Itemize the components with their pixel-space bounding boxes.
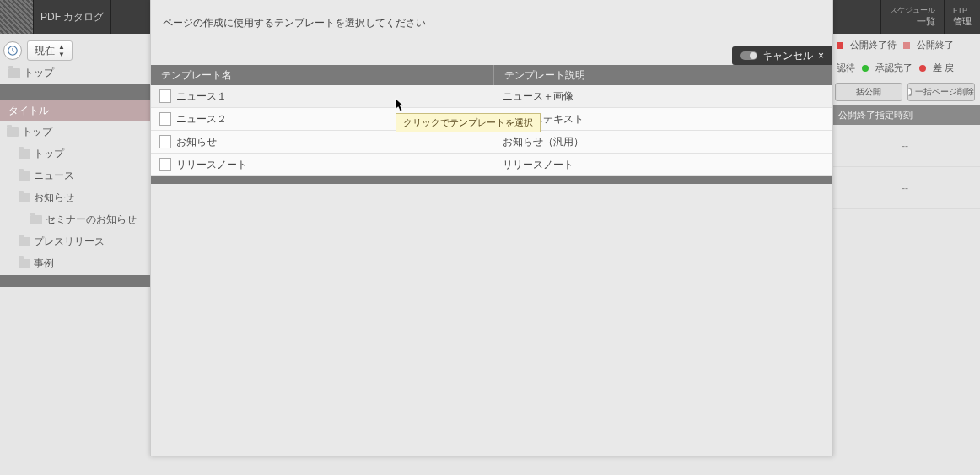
template-table-header: テンプレート名 テンプレート説明: [151, 65, 832, 85]
template-select-modal: ページの作成に使用するテンプレートを選択してください キャンセル × テンプレー…: [150, 0, 833, 456]
folder-icon: [19, 171, 30, 181]
sidebar-footer-bar: [0, 275, 150, 287]
template-row[interactable]: ニュース１ニュース＋画像: [151, 85, 832, 108]
time-toolbar: 現在 ▲▼: [3, 37, 147, 64]
ftp-section[interactable]: FTP 管理: [944, 0, 980, 34]
template-table-body: ニュース１ニュース＋画像ニュース２ニューステキストお知らせお知らせ（汎用）リリー…: [151, 85, 832, 184]
toggle-mini-icon: [740, 51, 757, 60]
right-column-header-label: 公開終了指定時刻: [838, 109, 913, 121]
time-combo-label: 現在: [35, 44, 55, 58]
app-logo: [0, 0, 34, 34]
col-name-header: テンプレート名: [151, 65, 493, 85]
sidebar-item-label: セミナーのお知らせ: [46, 213, 137, 227]
sidebar-item[interactable]: セミナーのお知らせ: [0, 209, 150, 231]
page-icon: [159, 135, 171, 148]
status-square-pink-icon: [903, 42, 910, 49]
sidebar-item-label: プレスリリース: [34, 235, 105, 249]
table-footer-bar: [151, 176, 832, 184]
status-pub-end: 公開終了: [917, 39, 954, 51]
cancel-label: キャンセル: [762, 49, 813, 63]
sidebar-item-label: 事例: [34, 256, 54, 271]
status-legend-2: 認待 承認完了 差 戻: [830, 57, 980, 79]
favorite-row[interactable]: トップ: [3, 62, 147, 84]
sidebar-header: タイトル: [0, 100, 150, 121]
right-cell-2: --: [830, 167, 980, 209]
tooltip-text: クリックでテンプレートを選択: [403, 117, 533, 127]
status-returned: 差 戻: [933, 62, 954, 74]
schedule-label: スケジュール: [890, 6, 935, 15]
page-icon: [159, 112, 171, 126]
status-approve-wait: 認待: [837, 62, 855, 74]
sidebar-item[interactable]: トップ: [0, 143, 150, 165]
sidebar-tree: トップトップニュースお知らせセミナーのお知らせプレスリリース事例: [0, 121, 150, 275]
template-row[interactable]: お知らせお知らせ（汎用）: [151, 131, 832, 154]
right-cell-1: --: [830, 125, 980, 167]
sidebar-item[interactable]: ニュース: [0, 165, 150, 187]
ftp-label: FTP: [953, 6, 972, 15]
status-approve-done: 承認完了: [875, 62, 913, 74]
template-name: ニュース１: [176, 89, 227, 104]
folder-icon: [7, 127, 19, 137]
app-title-chunk: PDF カタログ: [34, 0, 111, 34]
template-name: リリースノート: [176, 158, 247, 172]
tooltip: クリックでテンプレートを選択: [396, 113, 541, 132]
cancel-button[interactable]: キャンセル ×: [732, 46, 832, 65]
folder-icon: [8, 68, 20, 78]
status-square-red-icon: [837, 42, 843, 49]
folder-icon: [19, 237, 30, 246]
modal-header: ページの作成に使用するテンプレートを選択してください: [151, 0, 832, 46]
schedule-button[interactable]: 一覧: [890, 15, 935, 28]
modal-title: ページの作成に使用するテンプレートを選択してください: [163, 16, 426, 30]
sidebar-item-label: トップ: [34, 147, 64, 161]
sidebar-item-label: トップ: [22, 125, 52, 139]
close-icon[interactable]: ×: [818, 51, 824, 61]
template-name: お知らせ: [176, 135, 217, 149]
sidebar-item[interactable]: お知らせ: [0, 187, 150, 209]
template-name: ニュース２: [176, 112, 227, 127]
right-column-header: 公開終了指定時刻: [830, 105, 980, 125]
modal-cancel-area: キャンセル ×: [732, 46, 832, 65]
bulk-publish-label: 括公開: [856, 86, 881, 98]
schedule-section[interactable]: スケジュール 一覧: [880, 0, 944, 34]
template-row[interactable]: リリースノートリリースノート: [151, 154, 832, 176]
page-icon: [159, 158, 171, 171]
folder-icon: [19, 193, 30, 202]
sidebar-item[interactable]: トップ: [0, 121, 150, 143]
sidebar-item[interactable]: 事例: [0, 253, 150, 275]
status-legend: 公開終了待 公開終了: [830, 34, 980, 57]
folder-icon: [19, 259, 30, 268]
app-root: PDF カタログ スケジュール 一覧 FTP 管理 現在 ▲▼ トップ タイトル…: [0, 0, 980, 475]
sidebar-item-label: ニュース: [34, 169, 74, 183]
status-dot-green-icon: [862, 65, 869, 72]
status-dot-red-icon: [919, 65, 926, 72]
bulk-button-row: 括公開 一括ページ削除: [830, 79, 980, 105]
app-title: PDF カタログ: [40, 10, 104, 24]
ftp-button[interactable]: 管理: [953, 15, 972, 28]
right-panel: 公開終了待 公開終了 認待 承認完了 差 戻 括公開 一括ページ削除 公開終了指…: [830, 34, 980, 475]
bulk-delete-button[interactable]: 一括ページ削除: [907, 83, 975, 101]
bulk-delete-label: 一括ページ削除: [915, 86, 974, 98]
sidebar-item-label: お知らせ: [34, 191, 74, 205]
clock-icon: [3, 41, 22, 60]
template-desc: ニューステキスト: [493, 112, 832, 127]
sidebar-header-label: タイトル: [8, 104, 49, 118]
template-desc: お知らせ（汎用）: [493, 135, 832, 149]
folder-icon: [30, 215, 42, 224]
time-combo[interactable]: 現在 ▲▼: [27, 40, 73, 61]
template-desc: リリースノート: [493, 158, 832, 172]
bulk-publish-button[interactable]: 括公開: [835, 83, 902, 101]
col-desc-header: テンプレート説明: [493, 65, 832, 85]
favorite-label: トップ: [24, 66, 54, 80]
template-desc: ニュース＋画像: [493, 89, 832, 104]
folder-icon: [19, 149, 30, 159]
chevron-updown-icon: ▲▼: [58, 43, 65, 58]
toggle-icon: [908, 88, 912, 96]
status-pub-end-wait: 公開終了待: [850, 39, 897, 51]
page-icon: [159, 89, 171, 103]
sidebar-item[interactable]: プレスリリース: [0, 231, 150, 253]
